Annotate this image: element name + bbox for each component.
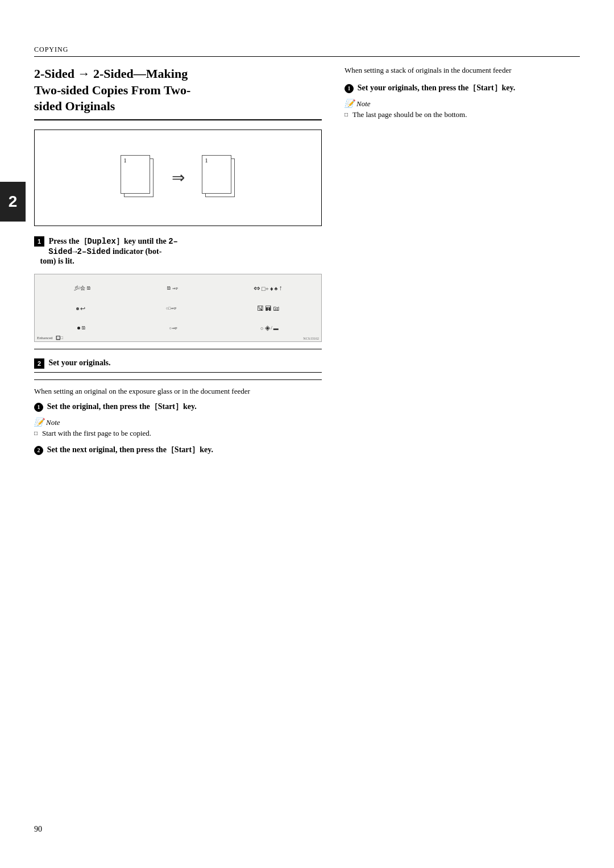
- note-glass-title: 📝 Note: [34, 418, 322, 427]
- right-column: When setting a stack of originals in the…: [345, 66, 580, 461]
- panel-row-1: 彡/会 🖺 🖺 ⇒P ⇔ □+ ♦ ♣ ↑: [40, 283, 316, 293]
- note-glass-item-text: Start with the first page to be copied.: [42, 429, 151, 437]
- page: 2 COPYING 2-Sided → 2-Sided—Making Two-s…: [0, 0, 614, 868]
- circle-feeder-1: 1: [345, 84, 354, 93]
- step1-number: 1: [34, 236, 44, 247]
- illustration-inner: 2 1 ⇒ 2 1: [121, 155, 236, 201]
- sub-when-glass: When setting an original on the exposure…: [34, 387, 250, 395]
- right-col-feeder-header: When setting a stack of originals in the…: [345, 66, 580, 75]
- circle-2: 2: [34, 446, 43, 455]
- sub-step1-feeder-label: Set your originals, then press the［Start…: [358, 84, 516, 92]
- note-feeder-item: The last page should be on the bottom.: [345, 110, 580, 119]
- doc-label-1-right: 1: [205, 157, 208, 164]
- note-glass: 📝 Note Start with the first page to be c…: [34, 418, 322, 438]
- title-line2: Two-sided Copies From Two-: [34, 83, 190, 97]
- panel-cell-4: ↩: [76, 305, 85, 312]
- note-glass-label: Note: [46, 418, 60, 427]
- note-feeder-item-text: The last page should be on the bottom.: [352, 110, 467, 119]
- doc-front-left: 1: [121, 155, 150, 194]
- sub-step2-glass-text: Set the next original, then press the［St…: [47, 445, 213, 454]
- panel-cell-7: 🖺: [77, 326, 86, 331]
- divider-2: [34, 379, 322, 380]
- step2-number: 2: [34, 358, 44, 369]
- panel-cell-9: ○ ◈ / ▬: [260, 324, 279, 332]
- panel-cell-1: 彡/会 🖺: [74, 285, 92, 292]
- sub-step1-glass-label: Set the original, then press the［Start］k…: [47, 402, 197, 411]
- panel-cell-2: 🖺 ⇒P: [167, 286, 178, 291]
- section-title: 2-Sided → 2-Sided—Making Two-sided Copie…: [34, 66, 322, 120]
- control-panel: 彡/会 🖺 🖺 ⇒P ⇔ □+ ♦ ♣ ↑: [34, 274, 322, 342]
- note-icon: 📝: [34, 418, 44, 427]
- sub-step1-glass: 1 Set the original, then press the［Start…: [34, 402, 322, 412]
- panel-cell-3: ⇔ □+ ♦ ♣ ↑: [254, 283, 282, 293]
- chapter-number: 2: [9, 193, 18, 211]
- content-wrapper: 2-Sided → 2-Sided—Making Two-sided Copie…: [34, 66, 580, 461]
- panel-footer-left: Enhanced 🔲□: [37, 336, 63, 340]
- sub-step1-feeder-text: Set your originals, then press the［Start…: [358, 84, 516, 92]
- step1-text: Press the［Duplex］key until the 2– Sided→…: [34, 237, 178, 266]
- doc-stack-right: 2 1: [202, 155, 236, 201]
- panel-row-3: 🖺 ○⇒P ○ ◈ / ▬: [40, 324, 316, 332]
- note-feeder: 📝 Note The last page should be on the bo…: [345, 99, 580, 119]
- doc-front-right: 1: [202, 155, 231, 194]
- panel-cell-5: ○□⇒P: [166, 306, 176, 311]
- panel-cell-6: 🖫 🖬 🖭: [257, 304, 280, 313]
- panel-row-2: ↩ ○□⇒P 🖫 🖬 🖭: [40, 304, 316, 313]
- title-line1: 2-Sided → 2-Sided—Making: [34, 66, 188, 81]
- doc-stack-left: 2 1: [121, 155, 155, 201]
- page-header: COPYING: [34, 45, 580, 57]
- note-feeder-title: 📝 Note: [345, 99, 580, 108]
- illustration-box: 2 1 ⇒ 2 1: [34, 130, 322, 226]
- panel-footer: NCS/J3102: [303, 337, 319, 340]
- chapter-tab: 2: [0, 182, 26, 222]
- doc-label-1-left: 1: [124, 157, 127, 164]
- panel-footer-text: NCS/J3102: [303, 337, 319, 340]
- sub-step1-glass-text: Set the original, then press the［Start］k…: [47, 402, 197, 411]
- page-number: 90: [34, 825, 42, 834]
- panel-inner: 彡/会 🖺 🖺 ⇒P ⇔ □+ ♦ ♣ ↑: [35, 274, 321, 341]
- sub-section-glass-header: When setting an original on the exposure…: [34, 387, 322, 396]
- sub-step2-glass-label: Set the next original, then press the［St…: [47, 445, 213, 454]
- note-feeder-label: Note: [356, 99, 371, 108]
- title-line3: sided Originals: [34, 99, 115, 113]
- step2-text: Set your originals.: [49, 359, 111, 368]
- sub-when-feeder: When setting a stack of originals in the…: [345, 66, 511, 74]
- sub-step1-feeder: 1 Set your originals, then press the［Sta…: [345, 83, 580, 93]
- step1: 1 Press the［Duplex］key until the 2– Side…: [34, 236, 322, 266]
- panel-cell-8: ○⇒P: [169, 326, 177, 331]
- note-glass-item: Start with the first page to be copied.: [34, 429, 322, 438]
- sub-step2-glass: 2 Set the next original, then press the［…: [34, 445, 322, 455]
- panel-label: Enhanced: [37, 336, 53, 340]
- left-column: 2-Sided → 2-Sided—Making Two-sided Copie…: [34, 66, 322, 461]
- step2-header: 2 Set your originals.: [34, 358, 322, 373]
- page-num-text: 90: [34, 825, 42, 833]
- arrow-symbol: ⇒: [172, 168, 185, 187]
- divider-1: [34, 349, 322, 349]
- circle-1: 1: [34, 403, 43, 412]
- header-label: COPYING: [34, 45, 68, 53]
- note-feeder-icon: 📝: [345, 99, 354, 108]
